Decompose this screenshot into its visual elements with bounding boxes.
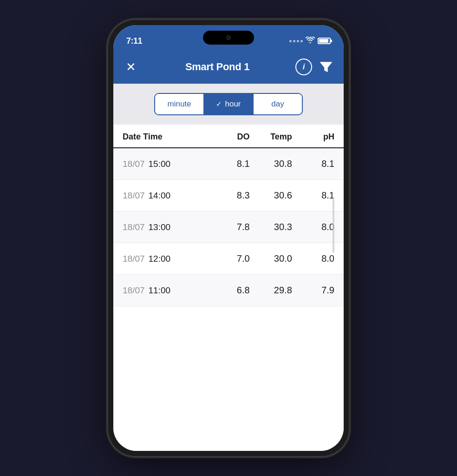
cell-datetime-3: 18/07 12:00 <box>123 253 207 264</box>
battery-icon <box>318 38 331 44</box>
cell-temp-3: 30.0 <box>250 253 292 264</box>
signal-icon <box>289 40 303 42</box>
date-part-4: 18/07 <box>123 285 145 296</box>
date-part-1: 18/07 <box>123 191 145 201</box>
time-part-3: 12:00 <box>149 254 171 264</box>
table-row: 18/07 13:00 7.8 30.3 8.0 <box>113 212 344 243</box>
cell-datetime-4: 18/07 11:00 <box>123 285 207 296</box>
dynamic-island <box>203 31 254 45</box>
cell-ph-2: 8.0 <box>292 222 334 232</box>
table-row: 18/07 14:00 8.3 30.6 8.1 <box>113 180 344 212</box>
date-part-0: 18/07 <box>123 159 145 169</box>
filter-button[interactable] <box>318 59 334 75</box>
cell-ph-0: 8.1 <box>292 159 334 169</box>
table-row: 18/07 12:00 7.0 30.0 8.0 <box>113 243 344 275</box>
info-button[interactable]: i <box>295 59 312 75</box>
time-part-2: 13:00 <box>149 222 171 232</box>
status-time: 7:11 <box>126 36 142 46</box>
scroll-indicator <box>333 197 334 253</box>
col-header-datetime: Date Time <box>123 132 207 142</box>
cell-temp-4: 29.8 <box>250 285 292 296</box>
time-part-4: 11:00 <box>149 285 171 296</box>
cell-ph-3: 8.0 <box>292 253 334 264</box>
phone-frame: 7:11 <box>108 20 349 456</box>
cell-temp-1: 30.6 <box>250 190 292 201</box>
segment-control: minute ✓ hour day <box>154 93 303 115</box>
content-area: minute ✓ hour day <box>113 84 344 451</box>
table-header: Date Time DO Temp pH <box>113 125 344 148</box>
date-part-2: 18/07 <box>123 222 145 232</box>
status-icons <box>289 37 331 45</box>
table-row: 18/07 15:00 8.1 30.8 8.1 <box>113 148 344 180</box>
check-icon: ✓ <box>216 100 222 108</box>
phone-screen: 7:11 <box>113 25 344 451</box>
cell-datetime-1: 18/07 14:00 <box>123 190 207 201</box>
col-header-ph: pH <box>292 132 334 142</box>
segment-day[interactable]: day <box>254 94 302 114</box>
close-button[interactable]: ✕ <box>123 59 139 75</box>
cell-temp-0: 30.8 <box>250 159 292 169</box>
table-row: 18/07 11:00 6.8 29.8 7.9 <box>113 275 344 306</box>
cell-datetime-2: 18/07 13:00 <box>123 222 207 232</box>
cell-ph-4: 7.9 <box>292 285 334 296</box>
segment-area: minute ✓ hour day <box>113 84 344 125</box>
app-header: ✕ Smart Pond 1 i <box>113 50 344 84</box>
date-part-3: 18/07 <box>123 254 145 264</box>
time-part-1: 14:00 <box>149 191 171 201</box>
segment-minute[interactable]: minute <box>155 94 203 114</box>
cell-do-3: 7.0 <box>207 253 249 264</box>
phone-wrapper: 7:11 <box>108 20 349 456</box>
cell-temp-2: 30.3 <box>250 222 292 232</box>
cell-datetime-0: 18/07 15:00 <box>123 159 207 169</box>
status-bar: 7:11 <box>113 25 344 50</box>
header-title: Smart Pond 1 <box>185 61 249 73</box>
col-header-temp: Temp <box>250 132 292 142</box>
cell-ph-1: 8.1 <box>292 190 334 201</box>
cell-do-1: 8.3 <box>207 190 249 201</box>
cell-do-4: 6.8 <box>207 285 249 296</box>
col-header-do: DO <box>207 132 249 142</box>
cell-do-2: 7.8 <box>207 222 249 232</box>
camera-dot <box>226 35 231 40</box>
header-actions: i <box>295 59 334 75</box>
close-icon: ✕ <box>126 61 136 73</box>
segment-hour[interactable]: ✓ hour <box>204 94 253 114</box>
table-area: Date Time DO Temp pH 18/07 15:00 8.1 30.… <box>113 125 344 451</box>
wifi-icon <box>306 37 315 45</box>
info-icon: i <box>303 62 305 72</box>
time-part-0: 15:00 <box>149 159 171 169</box>
filter-icon <box>320 62 332 72</box>
cell-do-0: 8.1 <box>207 159 249 169</box>
